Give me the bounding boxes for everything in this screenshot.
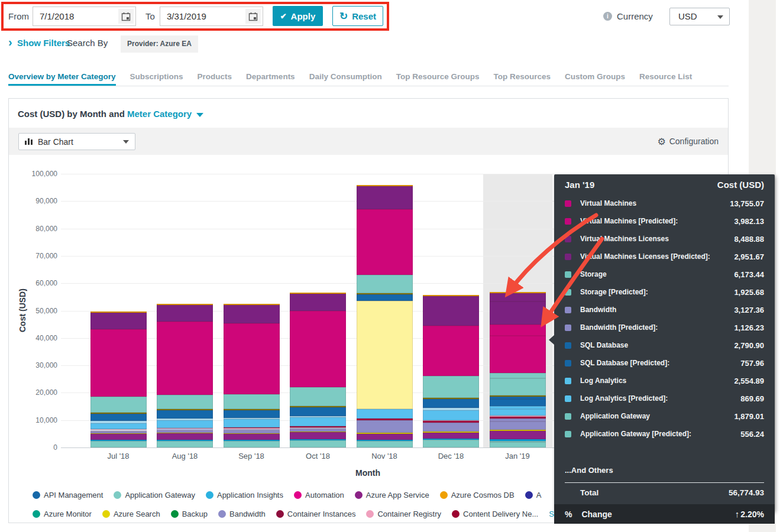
legend-item-azure-monitor[interactable]: Azure Monitor — [33, 510, 92, 518]
bar-segment-log_pale[interactable] — [423, 408, 479, 410]
bar-segment-cosmos[interactable] — [490, 292, 546, 293]
bar-segment-app_gateway-predicted[interactable] — [490, 441, 546, 443]
bar-segment-cosmos[interactable] — [224, 304, 280, 305]
reset-button[interactable]: ↻ Reset — [332, 6, 383, 26]
bar-segment-log_pale[interactable] — [224, 418, 280, 419]
currency-select[interactable]: USD — [669, 8, 730, 25]
bar-segment-storage[interactable] — [157, 395, 213, 409]
bar-segment-registry[interactable] — [157, 428, 213, 429]
legend-item-a[interactable]: A — [525, 491, 542, 499]
bar-segment-app_gateway[interactable] — [157, 441, 213, 447]
bar-segment-bandwidth[interactable] — [357, 420, 413, 433]
bar-segment-olive[interactable] — [224, 409, 280, 410]
bar-segment-bandwidth_light[interactable] — [290, 428, 346, 429]
bar-segment-sql-predicted[interactable] — [490, 397, 546, 399]
bar-segment-bandwidth_light[interactable] — [157, 429, 213, 430]
bar-segment-app_gateway[interactable] — [357, 441, 413, 447]
configuration-button[interactable]: ⚙ Configuration — [657, 128, 719, 155]
bar-segment-api[interactable] — [357, 440, 413, 441]
bar-segment-bandwidth[interactable] — [224, 430, 280, 433]
bar-segment-olive[interactable] — [357, 293, 413, 294]
bar-segment-log_pale[interactable] — [157, 419, 213, 420]
bar-segment-vm_lic[interactable] — [224, 305, 280, 323]
tab-subscriptions[interactable]: Subscriptions — [130, 69, 183, 86]
tab-top-resources[interactable]: Top Resources — [493, 69, 551, 86]
bar-segment-app_gateway[interactable] — [90, 441, 147, 447]
bar-segment-bandwidth[interactable] — [90, 432, 147, 433]
bar-segment-vm[interactable] — [90, 329, 147, 397]
legend-item-azure-cosmos-db[interactable]: Azure Cosmos DB — [440, 491, 515, 499]
bar-segment-sql[interactable] — [90, 414, 147, 421]
bar-segment-olive[interactable] — [90, 413, 147, 414]
bar-segment-log[interactable] — [357, 409, 413, 419]
bar-segment-vm[interactable] — [157, 322, 213, 395]
bar-segment-search_line[interactable] — [157, 433, 213, 433]
bar-segment-registry[interactable] — [290, 427, 346, 429]
chevron-down-icon[interactable] — [196, 113, 203, 117]
bar-segment-log-predicted[interactable] — [490, 406, 546, 408]
bar-segment-sql[interactable] — [490, 399, 546, 407]
bar-segment-olive[interactable] — [490, 395, 546, 397]
legend-item-automation[interactable]: Automation — [294, 491, 344, 499]
tab-overview-by-meter-category[interactable]: Overview by Meter Category — [8, 69, 116, 86]
legend-item-container-registry[interactable]: Container Registry — [366, 510, 441, 518]
bar-segment-vm[interactable] — [224, 323, 280, 394]
bar-segment-cosmos[interactable] — [423, 295, 479, 296]
bar-segment-vm[interactable] — [357, 209, 413, 274]
bar-segment-instances[interactable] — [423, 421, 479, 423]
legend-item-bandwidth[interactable]: Bandwidth — [218, 510, 266, 518]
bar-segment-search_line[interactable] — [490, 430, 546, 431]
bar-segment-registry[interactable] — [224, 428, 280, 429]
from-calendar-icon[interactable] — [118, 9, 134, 24]
bar-segment-search_line[interactable] — [224, 433, 280, 434]
bar-segment-storage[interactable] — [290, 387, 346, 406]
bar-segment-instances[interactable] — [357, 419, 413, 420]
bar-segment-app_service[interactable] — [157, 433, 213, 440]
legend-item-azure-app-service[interactable]: Azure App Service — [355, 491, 429, 499]
bar-segment-app_service[interactable] — [357, 434, 413, 440]
bar-segment-log_pale[interactable] — [90, 421, 147, 423]
show-filters-link[interactable]: Show Filters — [17, 38, 70, 48]
bar-segment-search_big[interactable] — [357, 301, 413, 409]
legend-item-container-instances[interactable]: Container Instances — [276, 510, 356, 518]
bar-segment-storage[interactable] — [490, 378, 546, 395]
bar-segment-app_service[interactable] — [490, 431, 546, 439]
bar-segment-vm_lic[interactable] — [157, 305, 213, 322]
bar-segment-olive[interactable] — [290, 406, 346, 407]
bar-segment-storage[interactable] — [90, 397, 147, 413]
bar-segment-log[interactable] — [157, 420, 213, 428]
bar-segment-vm[interactable] — [423, 326, 479, 376]
bar-segment-app_service[interactable] — [224, 434, 280, 440]
bar-segment-vm[interactable] — [490, 336, 546, 374]
bar-segment-sql[interactable] — [290, 407, 346, 416]
bar-segment-registry[interactable] — [490, 416, 546, 417]
bar-segment-search_line[interactable] — [290, 432, 346, 432]
bar-segment-app_gateway[interactable] — [423, 440, 479, 447]
bar-segment-bandwidth[interactable] — [157, 430, 213, 433]
bar-segment-bandwidth_light[interactable] — [224, 429, 280, 430]
bar-segment-bandwidth[interactable] — [423, 423, 479, 432]
bar-segment-bandwidth-predicted[interactable] — [490, 419, 546, 421]
bar-segment-instances[interactable] — [290, 426, 346, 427]
tab-custom-groups[interactable]: Custom Groups — [565, 69, 625, 86]
bar-segment-app_gateway[interactable] — [224, 441, 280, 447]
legend-item-azure-search[interactable]: Azure Search — [102, 510, 160, 518]
bar-segment-storage[interactable] — [423, 376, 479, 398]
bar-segment-registry[interactable] — [423, 420, 479, 421]
bar-segment-vm-predicted[interactable] — [490, 325, 546, 335]
bar-segment-log[interactable] — [290, 417, 346, 427]
bar-segment-app_service[interactable] — [423, 433, 479, 439]
legend-item-backup[interactable]: Backup — [171, 510, 208, 518]
bar-segment-app_gateway[interactable] — [290, 440, 346, 447]
bar-segment-search_line[interactable] — [90, 433, 147, 434]
bar-segment-bandwidth_light[interactable] — [90, 430, 147, 432]
tab-products[interactable]: Products — [198, 69, 232, 86]
bar-segment-cosmos[interactable] — [157, 304, 213, 305]
bar-segment-vm_lic[interactable] — [90, 313, 147, 329]
to-calendar-icon[interactable] — [245, 9, 261, 24]
bar-segment-vm[interactable] — [290, 311, 346, 387]
bar-segment-bandwidth[interactable] — [290, 429, 346, 432]
bar-segment-olive[interactable] — [423, 398, 479, 399]
bar-segment-app_service[interactable] — [290, 432, 346, 439]
tab-daily-consumption[interactable]: Daily Consumption — [309, 69, 382, 86]
